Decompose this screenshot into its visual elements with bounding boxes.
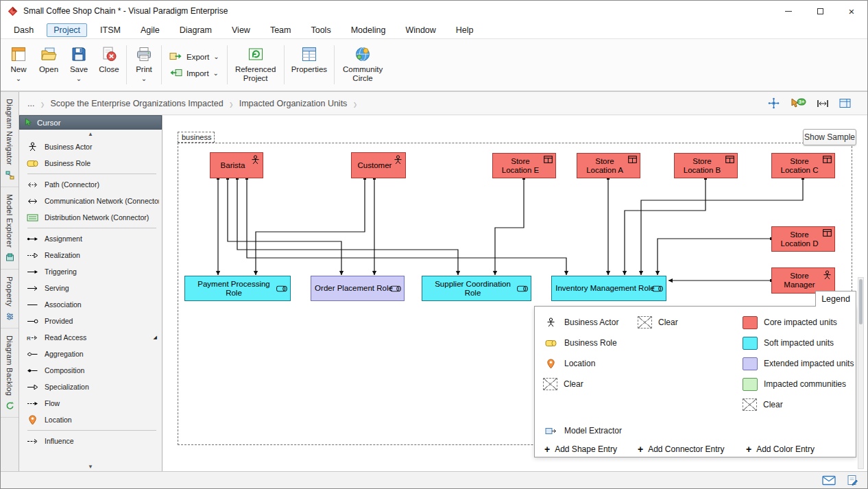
add-color-entry-button[interactable]: +Add Color Entry <box>746 441 815 457</box>
fit-width-icon[interactable] <box>817 99 829 108</box>
palette-item-influence[interactable]: Influence <box>19 433 162 449</box>
diagram-node-payment-processing-role[interactable]: Payment Processing Role <box>184 276 291 301</box>
auto-layout-icon[interactable] <box>768 97 780 109</box>
breadcrumb-item-impacted-units[interactable]: Impacted Organization Units <box>239 99 348 108</box>
palette-scroll-down[interactable]: ▼ <box>19 462 162 471</box>
menu-help[interactable]: Help <box>449 23 481 37</box>
export-button[interactable]: Export ⌄ <box>169 51 219 62</box>
menu-window[interactable]: Window <box>398 23 442 37</box>
diagram-canvas[interactable]: business BaristaCustomerStore Location E… <box>162 115 867 471</box>
show-sample-button[interactable]: Show Sample <box>803 129 856 145</box>
sidebar-tab-diagram-navigator[interactable]: Diagram Navigator <box>1 92 19 187</box>
legend-title: Legend <box>815 291 856 307</box>
diagram-node-store-manager[interactable]: Store Manager <box>771 267 835 294</box>
palette-scroll-up[interactable]: ▲ <box>19 130 162 139</box>
minimize-button[interactable] <box>773 1 804 21</box>
palette-item-flow[interactable]: Flow <box>19 395 162 412</box>
connector-store-location-d-to-inventory-management-role[interactable] <box>658 239 771 275</box>
menu-modeling[interactable]: Modeling <box>344 23 393 37</box>
edit-notes-icon[interactable] <box>847 475 858 486</box>
palette-item-provided[interactable]: Provided <box>19 313 162 329</box>
legend-entry-location[interactable]: Location <box>543 353 618 374</box>
palette-item-path-connector[interactable]: Path (Connector) <box>19 176 162 193</box>
connector-customer-to-payment-processing-role[interactable] <box>256 178 365 275</box>
legend-entry-business-actor[interactable]: Business Actor <box>543 312 618 333</box>
close-project-button[interactable]: Close <box>94 42 124 88</box>
menu-dash[interactable]: Dash <box>7 23 40 37</box>
palette-item-triggering[interactable]: Triggering <box>19 263 162 280</box>
diagram-node-store-location-c[interactable]: Store Location C <box>771 153 835 178</box>
new-button[interactable]: New ⌄ <box>3 42 34 88</box>
connector-barista-to-inventory-management-role[interactable] <box>247 178 566 275</box>
community-circle-button[interactable]: Community Circle <box>337 42 389 88</box>
cursor-tool[interactable]: Cursor <box>19 115 162 130</box>
diagram-node-inventory-management-role[interactable]: Inventory Management Role <box>551 276 666 301</box>
diagram-node-store-location-a[interactable]: Store Location A <box>577 153 640 178</box>
connector-barista-to-supplier-coordination-role[interactable] <box>237 178 458 275</box>
add-shape-entry-button[interactable]: +Add Shape Entry <box>544 441 617 457</box>
sidebar-tab-property[interactable]: Property <box>1 270 19 329</box>
diagram-node-order-placement-role[interactable]: Order Placement Role <box>311 276 405 301</box>
connector-store-location-b-to-inventory-management-role[interactable] <box>625 178 706 275</box>
close-button[interactable]: × <box>836 1 867 21</box>
model-extractor-item[interactable]: Model Extractor <box>543 420 622 441</box>
diagram-node-store-location-d[interactable]: Store Location D <box>771 226 835 252</box>
diagram-node-barista[interactable]: Barista <box>210 152 263 178</box>
legend-entry-clear[interactable]: Clear <box>543 374 618 394</box>
legend-panel[interactable]: Business ActorBusiness RoleLocationClear… <box>534 306 856 457</box>
collaboration-pointer-icon[interactable]: 3+ <box>790 97 806 109</box>
menu-project[interactable]: Project <box>47 23 87 37</box>
palette-item-composition[interactable]: Composition <box>19 362 162 379</box>
palette-item-association[interactable]: Association <box>19 296 162 313</box>
open-button[interactable]: Open <box>34 42 64 88</box>
breadcrumb-item-scope[interactable]: Scope the Enterprise Organizations Impac… <box>50 99 223 108</box>
palette-item-assignment[interactable]: Assignment <box>19 230 162 247</box>
legend-entry-core-impacted-units[interactable]: Core impacted units <box>743 312 854 333</box>
menu-team[interactable]: Team <box>263 23 298 37</box>
properties-button[interactable]: Properties <box>287 42 332 88</box>
legend-entry-extended-impacted-units[interactable]: Extended impacted units <box>743 353 854 374</box>
legend-entry-impacted-communities[interactable]: Impacted communities <box>743 374 854 394</box>
palette-item-aggregation[interactable]: Aggregation <box>19 346 162 362</box>
palette-item-business-role[interactable]: Business Role <box>19 155 162 171</box>
palette-item-location[interactable]: Location <box>19 412 162 428</box>
diagram-node-customer[interactable]: Customer <box>351 152 406 178</box>
mail-icon[interactable] <box>822 475 836 486</box>
palette-item-specialization[interactable]: Specialization <box>19 379 162 395</box>
connector-barista-to-order-placement-role[interactable] <box>228 178 341 275</box>
connector-store-location-e-to-supplier-coordination-role[interactable] <box>495 178 524 275</box>
legend-entry-soft-impacted-units[interactable]: Soft impacted units <box>743 333 854 353</box>
diagram-node-supplier-coordination-role[interactable]: Supplier Coordination Role <box>422 276 531 301</box>
palette-item-read-access[interactable]: RRead Access◢ <box>19 329 162 346</box>
referenced-project-button[interactable]: Referenced Project <box>230 42 282 88</box>
diagram-node-store-location-b[interactable]: Store Location B <box>674 153 738 178</box>
menu-tools[interactable]: Tools <box>304 23 337 37</box>
palette-item-distribution-network-connector[interactable]: Distribution Network (Connector) <box>19 209 162 226</box>
print-button[interactable]: Print ⌄ <box>129 42 159 88</box>
legend-entry-business-role[interactable]: Business Role <box>543 333 618 353</box>
add-connector-entry-button[interactable]: +Add Connector Entry <box>638 441 725 457</box>
canvas-vertical-scrollbar[interactable] <box>858 277 864 469</box>
menu-view[interactable]: View <box>225 23 257 37</box>
sidebar-tab-diagram-backlog[interactable]: Diagram Backlog <box>1 329 19 418</box>
palette-item-label: Business Actor <box>45 143 159 151</box>
palette-item-communication-network-connector[interactable]: Communication Network (Connector) <box>19 193 162 209</box>
panel-layout-icon[interactable] <box>839 98 851 108</box>
save-button[interactable]: Save ⌄ <box>64 42 94 88</box>
business-role-icon <box>390 285 401 291</box>
import-button[interactable]: Import ⌄ <box>169 68 219 79</box>
palette-item-business-actor[interactable]: Business Actor <box>19 139 162 155</box>
breadcrumb-ellipsis[interactable]: ... <box>27 99 34 108</box>
palette-item-serving[interactable]: Serving <box>19 280 162 296</box>
scrollbar-thumb[interactable] <box>859 279 863 324</box>
legend-entry-clear[interactable]: Clear <box>743 394 854 415</box>
palette-item-realization[interactable]: Realization <box>19 247 162 263</box>
diagram-node-store-location-e[interactable]: Store Location E <box>492 153 556 178</box>
legend-entry-clear[interactable]: Clear <box>638 312 678 333</box>
maximize-button[interactable] <box>804 1 836 21</box>
sidebar-tab-model-explorer[interactable]: Model Explorer <box>1 187 19 270</box>
menu-agile[interactable]: Agile <box>134 23 167 37</box>
menu-itsm[interactable]: ITSM <box>93 23 128 37</box>
toolbar-separator <box>227 45 228 84</box>
menu-diagram[interactable]: Diagram <box>173 23 219 37</box>
